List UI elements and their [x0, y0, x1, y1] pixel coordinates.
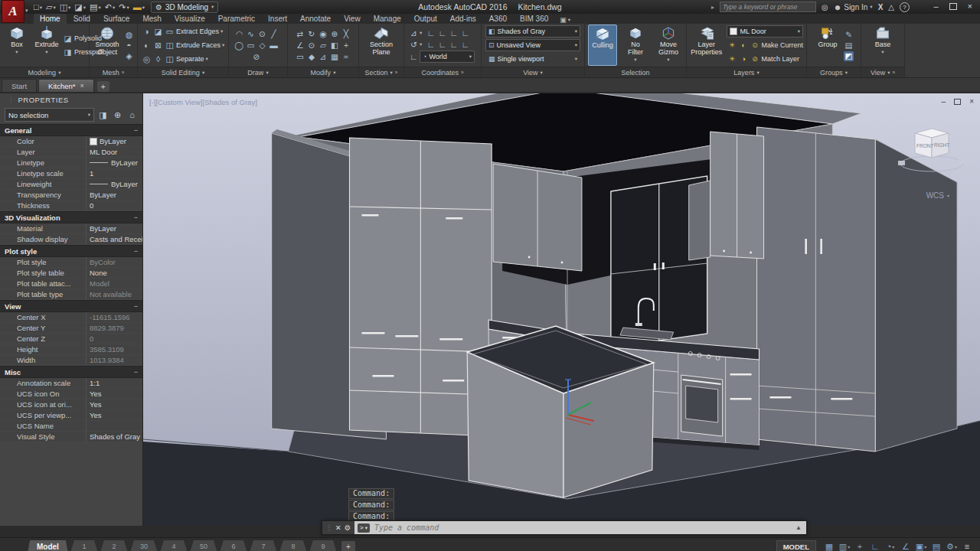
layer-state-icon[interactable]: ◑ — [738, 54, 748, 64]
layer-state-icon[interactable]: ☀ — [727, 40, 737, 50]
layout-tab[interactable]: 4 — [160, 540, 188, 551]
group-selection-toggle-icon[interactable]: ◩ — [844, 51, 854, 61]
modify-tool-icon[interactable]: ◧ — [330, 41, 340, 51]
section-plane-button[interactable]: Section Plane — [362, 24, 400, 66]
property-row[interactable]: Visual StyleShades of Gray — [0, 432, 142, 442]
modify-tool-icon[interactable]: ≈ — [341, 52, 351, 62]
selection-type-dropdown[interactable]: No selection▾ — [5, 108, 94, 122]
minimize-button[interactable]: – — [933, 2, 938, 11]
panel-footer-view[interactable]: View▾ — [482, 67, 584, 77]
ribbon-tab[interactable]: Output — [408, 14, 443, 24]
viewcube[interactable]: FRONT RIGHT — [897, 124, 966, 190]
collapse-icon[interactable]: − — [134, 302, 138, 310]
layer-state-icon[interactable]: ⊙ — [750, 40, 760, 50]
status-icon[interactable]: ◔▾ — [884, 540, 897, 551]
layout-tab[interactable]: 30 — [130, 540, 158, 551]
status-icon[interactable]: ⚙▾ — [945, 540, 959, 551]
intersect-icon[interactable]: ◎ — [142, 54, 152, 64]
slice-icon[interactable]: ◪ — [153, 27, 163, 37]
search-expand-icon[interactable]: ▸ — [711, 4, 714, 11]
interfere-icon[interactable]: ⊠ — [153, 41, 163, 51]
base-button[interactable]: Base▾ — [869, 24, 897, 66]
property-row[interactable]: Thickness0 — [0, 201, 142, 211]
section-header-general[interactable]: General− — [0, 124, 142, 136]
property-row[interactable]: Plot styleByColor — [0, 257, 142, 268]
ribbon-tab[interactable]: View — [338, 14, 367, 24]
ucs-icon[interactable]: ⊿ — [409, 28, 419, 37]
ribbon-tab[interactable]: Solid — [67, 14, 96, 24]
ucs-named-dropdown[interactable]: ◔World▾ — [420, 51, 475, 63]
property-row[interactable]: Plot table attac...Model — [0, 279, 142, 289]
ribbon-tab[interactable]: Manage — [368, 14, 407, 24]
layout-tab[interactable]: 8 — [279, 540, 307, 551]
ucs-previous-icon[interactable]: ↺ — [409, 39, 419, 49]
section-header-plot-style[interactable]: Plot style− — [0, 245, 142, 257]
qat-icon[interactable]: ▱▾ — [46, 3, 56, 11]
modify-tool-icon[interactable]: ▭ — [296, 52, 305, 62]
property-row[interactable]: Center Y8829.3879 — [0, 323, 142, 334]
extrude-faces-button[interactable]: Extrude Faces — [176, 41, 220, 49]
quick-select-icon[interactable]: ⌂ — [126, 109, 138, 121]
layer-state-icon[interactable]: ◐ — [738, 40, 748, 50]
command-input[interactable] — [373, 523, 792, 533]
draw-tool-icon[interactable]: ▭ — [246, 41, 256, 51]
file-tab-start[interactable]: Start — [2, 79, 37, 92]
draw-tool-icon[interactable]: ⊙ — [257, 29, 267, 39]
extract-edges-button[interactable]: Extract Edges — [176, 28, 219, 35]
help-icon[interactable]: ? — [900, 2, 910, 12]
property-row[interactable]: Linetype scale1 — [0, 168, 142, 179]
draw-tool-icon[interactable]: ∿ — [246, 29, 256, 39]
toggle-pickadd-icon[interactable]: ◨ — [97, 109, 109, 121]
panel-footer-solid-editing[interactable]: Solid Editing▾ — [138, 67, 228, 77]
layer-dropdown[interactable]: ML Door▾ — [727, 25, 803, 37]
wcs-menu[interactable]: WCS▾ — [926, 191, 949, 200]
sign-in-button[interactable]: ☻Sign In▾ — [834, 3, 873, 11]
close-icon[interactable]: ✕ — [335, 523, 341, 532]
ribbon-tab[interactable]: Home — [34, 14, 67, 24]
status-icon[interactable]: +▾ — [853, 540, 867, 551]
qat-icon[interactable]: ↷▾ — [119, 3, 129, 11]
search-box[interactable] — [720, 2, 816, 12]
modify-tool-icon[interactable]: ⊙ — [307, 41, 317, 51]
modify-tool-icon[interactable]: ⊿ — [318, 52, 328, 62]
close-button[interactable]: × — [968, 2, 972, 11]
culling-button[interactable]: Culling — [588, 24, 617, 66]
separate-button[interactable]: Separate — [176, 55, 204, 63]
layout-tab[interactable]: 50 — [190, 540, 217, 551]
application-menu-caret-icon[interactable]: ▾ — [25, 8, 28, 14]
a360-icon[interactable]: △ — [888, 3, 894, 11]
file-tab-kitchen[interactable]: Kitchen*× — [38, 79, 94, 92]
group-edit-icon[interactable]: ▤ — [844, 41, 854, 51]
modify-tool-icon[interactable]: + — [341, 41, 351, 51]
property-row[interactable]: Shadow displayCasts and Receives... — [0, 234, 142, 245]
scroll-up-icon[interactable]: ▲ — [795, 524, 803, 531]
status-icon[interactable]: ▣▾ — [914, 540, 928, 551]
panel-footer-modify[interactable]: Modify▾ — [288, 67, 358, 77]
status-icon[interactable]: ▤▾ — [929, 540, 943, 551]
ungroup-icon[interactable]: ✎ — [844, 30, 854, 40]
collapse-icon[interactable]: − — [134, 214, 138, 221]
media-icon[interactable]: ▣▾ — [560, 16, 570, 24]
panel-footer-coordinates[interactable]: Coordinates» — [404, 67, 481, 77]
mesh-tool-icon[interactable]: ◈ — [124, 51, 134, 61]
layer-properties-button[interactable]: Layer Properties — [690, 24, 723, 66]
draw-tool-icon[interactable]: ⊘ — [252, 52, 262, 62]
ucs-tool-icon[interactable]: ∟ — [449, 39, 459, 49]
ucs-origin-icon[interactable]: ∟ — [409, 52, 419, 62]
ribbon-tab[interactable]: Mesh — [136, 14, 167, 24]
drawing-viewport[interactable]: [-][Custom View][Shades of Gray] – × FRO… — [143, 93, 980, 526]
draw-tool-icon[interactable]: ◇ — [257, 41, 267, 51]
make-current-button[interactable]: Make Current — [761, 41, 803, 49]
qat-icon[interactable]: ▤▾ — [90, 3, 101, 11]
property-row[interactable]: Center Z0 — [0, 334, 142, 344]
status-icon[interactable]: ∟▾ — [868, 540, 882, 551]
ribbon-tab[interactable]: Parametric — [212, 14, 261, 24]
layout-tab[interactable]: 1 — [70, 540, 98, 551]
ucs-tool-icon[interactable]: ∟ — [437, 39, 447, 49]
qat-icon[interactable]: ◪▾ — [74, 3, 86, 11]
modify-tool-icon[interactable]: ▱ — [318, 41, 328, 51]
property-row[interactable]: UCS Name — [0, 421, 142, 432]
search-icon[interactable]: ◎ — [822, 3, 828, 11]
ucs-tool-icon[interactable]: ∟ — [426, 39, 436, 49]
close-tab-icon[interactable]: × — [80, 82, 83, 90]
